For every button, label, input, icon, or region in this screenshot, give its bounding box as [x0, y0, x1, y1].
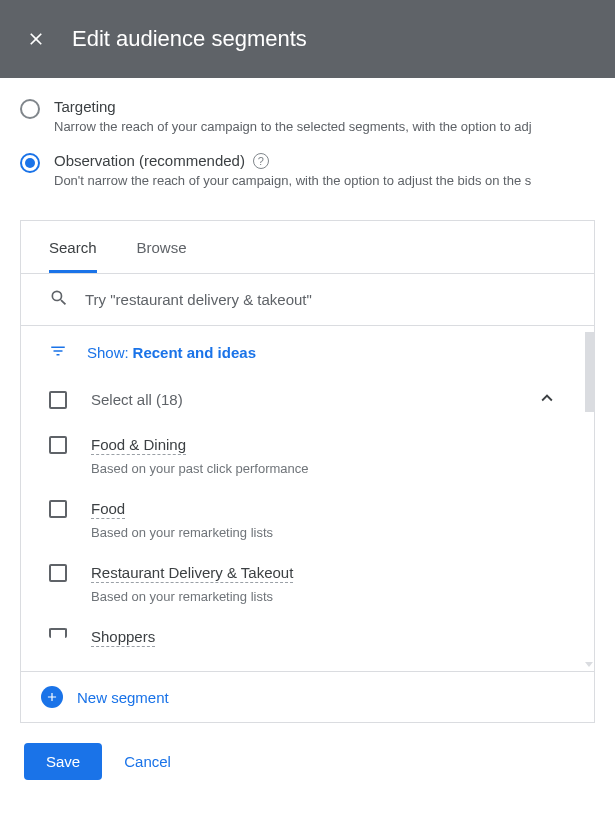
item-subtitle: Based on your past click performance	[91, 461, 309, 476]
item-title: Food & Dining	[91, 436, 186, 455]
radio-icon[interactable]	[20, 153, 40, 173]
list-item[interactable]: Restaurant Delivery & Takeout Based on y…	[49, 552, 566, 616]
close-icon[interactable]	[24, 27, 48, 51]
filter-show-label: Show:	[87, 344, 129, 361]
list-item[interactable]: Shoppers	[49, 616, 566, 647]
radio-icon[interactable]	[20, 99, 40, 119]
option-label: Targeting	[54, 98, 532, 115]
tab-bar: Search Browse	[21, 221, 594, 274]
search-icon	[49, 288, 69, 311]
item-checkbox[interactable]	[49, 628, 67, 638]
item-subtitle: Based on your remarketing lists	[91, 589, 293, 604]
item-title: Food	[91, 500, 125, 519]
list-item[interactable]: Food & Dining Based on your past click p…	[49, 424, 566, 488]
filter-row[interactable]: Show: Recent and ideas	[21, 326, 594, 375]
list-item[interactable]: Food Based on your remarketing lists	[49, 488, 566, 552]
dialog-footer: Save Cancel	[0, 723, 615, 800]
targeting-options: Targeting Narrow the reach of your campa…	[0, 78, 615, 220]
item-checkbox[interactable]	[49, 564, 67, 582]
option-targeting[interactable]: Targeting Narrow the reach of your campa…	[20, 98, 595, 134]
item-title: Restaurant Delivery & Takeout	[91, 564, 293, 583]
dialog-header: Edit audience segments	[0, 0, 615, 78]
select-all-row: Select all (18)	[21, 375, 594, 424]
search-row	[21, 274, 594, 325]
save-button[interactable]: Save	[24, 743, 102, 780]
chevron-up-icon[interactable]	[536, 387, 558, 412]
item-checkbox[interactable]	[49, 500, 67, 518]
select-all-checkbox[interactable]	[49, 391, 67, 409]
option-description: Don't narrow the reach of your campaign,…	[54, 173, 531, 188]
segments-panel: Search Browse Show: Recent and ideas Sel…	[20, 220, 595, 671]
help-icon[interactable]: ?	[253, 153, 269, 169]
option-description: Narrow the reach of your campaign to the…	[54, 119, 532, 134]
search-input[interactable]	[85, 291, 566, 308]
plus-icon	[41, 686, 63, 708]
tab-browse[interactable]: Browse	[137, 221, 187, 273]
tab-search[interactable]: Search	[49, 221, 97, 273]
scroll-down-icon[interactable]	[585, 662, 593, 667]
new-segment-button[interactable]: New segment	[20, 671, 595, 723]
cancel-button[interactable]: Cancel	[124, 753, 171, 770]
item-subtitle: Based on your remarketing lists	[91, 525, 273, 540]
item-title: Shoppers	[91, 628, 155, 647]
filter-show-value: Recent and ideas	[133, 344, 256, 361]
option-label: Observation (recommended) ?	[54, 152, 531, 169]
segments-list: Show: Recent and ideas Select all (18) F…	[21, 325, 594, 671]
filter-icon	[49, 342, 67, 363]
item-checkbox[interactable]	[49, 436, 67, 454]
dialog-title: Edit audience segments	[72, 26, 307, 52]
scrollbar-thumb[interactable]	[585, 332, 594, 412]
select-all-label: Select all (18)	[91, 391, 183, 408]
new-segment-label: New segment	[77, 689, 169, 706]
option-observation[interactable]: Observation (recommended) ? Don't narrow…	[20, 152, 595, 188]
